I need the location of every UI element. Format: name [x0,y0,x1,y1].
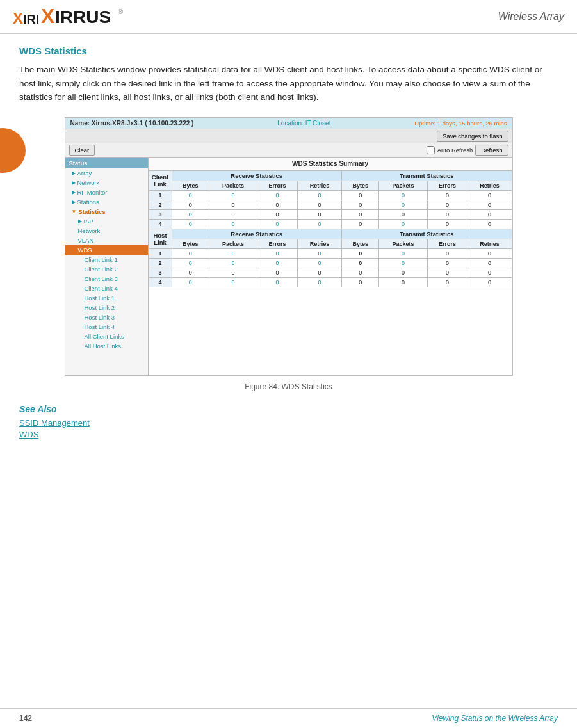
c3-tx-packets: 0 [379,209,427,219]
host-rx-retries-header: Retries [297,239,341,248]
client-link-4-label: 4 [149,219,172,229]
sidebar-item-host-link-2[interactable]: Host Link 2 [65,303,148,312]
host-link-3-label: 3 [149,268,172,277]
h1-tx-packets: 0 [379,248,427,258]
table-row: 3 0 0 0 0 0 0 0 0 [149,268,512,277]
h1-rx-errors: 0 [257,248,298,258]
host-receive-header: Receive Statistics [172,229,341,239]
footer-chapter: Viewing Status on the Wireless Array [432,714,558,723]
client-link-3-label: 3 [149,209,172,219]
host-transmit-header: Transmit Statistics [341,229,512,239]
client-tx-packets-header: Packets [379,181,427,190]
network-arrow-icon: ▶ [72,180,76,186]
sidebar-item-client-link-4[interactable]: Client Link 4 [65,284,148,293]
table-row: 4 0 0 0 0 0 0 0 0 [149,277,512,287]
c1-rx-packets: 0 [209,190,257,200]
svg-text:IRRUS: IRRUS [55,7,111,27]
c1-rx-errors: 0 [257,190,298,200]
auto-refresh-checkbox[interactable] [427,146,435,154]
host-link-header: HostLink [149,229,172,248]
panel-title: WDS Statistics Summary [149,158,512,170]
save-changes-button[interactable]: Save changes to flash [437,131,508,142]
stations-arrow-icon: ▶ [72,199,76,205]
statistics-arrow-icon: ▼ [72,209,77,214]
c2-rx-retries: 0 [297,200,341,209]
c3-rx-retries: 0 [297,209,341,219]
ss-action-row: Clear Auto Refresh Refresh [65,143,512,158]
ss-uptime: Uptime: 1 days, 15 hours, 26 mins [414,120,507,127]
description-text: The main WDS Statistics window provides … [19,63,558,104]
table-row: 2 0 0 0 0 0 0 0 0 [149,258,512,268]
h4-tx-bytes: 0 [341,277,379,287]
sidebar-item-rfmonitor[interactable]: ▶ RF Monitor [65,188,148,197]
c3-rx-packets: 0 [209,209,257,219]
sidebar-item-host-link-4[interactable]: Host Link 4 [65,322,148,332]
table-row: 4 0 0 0 0 0 0 0 0 [149,219,512,229]
refresh-button[interactable]: Refresh [475,145,508,156]
h4-rx-retries: 0 [297,277,341,287]
host-link-4-label: 4 [149,277,172,287]
sidebar-item-client-link-3[interactable]: Client Link 3 [65,274,148,284]
sidebar-item-stations[interactable]: ▶ Stations [65,197,148,207]
main-content: WDS Statistics The main WDS Statistics w… [0,34,577,454]
page-header: X IRRUS X IRRUS ® Wireless Array [0,0,577,34]
sidebar-item-net[interactable]: Network [65,226,148,236]
h1-tx-retries: 0 [467,248,512,258]
svg-text:®: ® [118,8,123,15]
h1-rx-packets: 0 [209,248,257,258]
h3-tx-errors: 0 [427,268,467,277]
c4-rx-packets: 0 [209,219,257,229]
c2-tx-errors: 0 [427,200,467,209]
h2-tx-errors: 0 [427,258,467,268]
ss-location: Location: IT Closet [277,120,330,127]
ss-save-row: Save changes to flash [65,129,512,143]
h2-tx-packets: 0 [379,258,427,268]
sidebar-item-statistics[interactable]: ▼ Statistics [65,207,148,216]
auto-refresh-controls: Auto Refresh Refresh [427,145,508,156]
c1-rx-bytes: 0 [172,190,209,200]
client-rx-packets-header: Packets [209,181,257,190]
see-also-ssid-management[interactable]: SSID Management [19,418,558,428]
sidebar-item-wds[interactable]: WDS [65,245,148,255]
h3-tx-retries: 0 [467,268,512,277]
sidebar-item-iap[interactable]: ▶ IAP [65,216,148,226]
h3-rx-packets: 0 [209,268,257,277]
sidebar-item-client-link-2[interactable]: Client Link 2 [65,264,148,274]
xirrus-logo-icon: X IRRUS [13,10,38,28]
ss-sidebar: Status ▶ Array ▶ Network ▶ RF Monitor ▶ … [65,158,149,375]
c3-tx-bytes: 0 [341,209,379,219]
client-link-1-label: 1 [149,190,172,200]
sidebar-item-all-host-links[interactable]: All Host Links [65,341,148,351]
c4-rx-errors: 0 [257,219,298,229]
h1-tx-bytes: 0 [341,248,379,258]
c2-rx-packets: 0 [209,200,257,209]
c3-rx-errors: 0 [257,209,298,219]
client-link-header: ClientLink [149,170,172,190]
h1-rx-bytes: 0 [172,248,209,258]
sidebar-item-network[interactable]: ▶ Network [65,178,148,188]
c1-rx-retries: 0 [297,190,341,200]
see-also-wds[interactable]: WDS [19,430,558,439]
sidebar-item-all-client-links[interactable]: All Client Links [65,332,148,341]
c1-tx-errors: 0 [427,190,467,200]
svg-text:IRRUS: IRRUS [23,12,38,26]
sidebar-item-client-link-1[interactable]: Client Link 1 [65,255,148,264]
svg-text:X: X [41,5,55,28]
c4-tx-errors: 0 [427,219,467,229]
clear-button[interactable]: Clear [69,145,95,156]
client-rx-retries-header: Retries [297,181,341,190]
host-rx-packets-header: Packets [209,239,257,248]
h4-rx-packets: 0 [209,277,257,287]
sidebar-item-host-link-3[interactable]: Host Link 3 [65,312,148,322]
section-title: WDS Statistics [19,45,558,56]
sidebar-item-host-link-1[interactable]: Host Link 1 [65,293,148,303]
c3-tx-errors: 0 [427,209,467,219]
host-rx-errors-header: Errors [257,239,298,248]
h2-rx-bytes: 0 [172,258,209,268]
host-link-2-label: 2 [149,258,172,268]
sidebar-item-array[interactable]: ▶ Array [65,168,148,178]
c4-tx-retries: 0 [467,219,512,229]
table-row: 1 0 0 0 0 0 0 0 0 [149,190,512,200]
h3-rx-retries: 0 [297,268,341,277]
sidebar-item-vlan[interactable]: VLAN [65,236,148,245]
